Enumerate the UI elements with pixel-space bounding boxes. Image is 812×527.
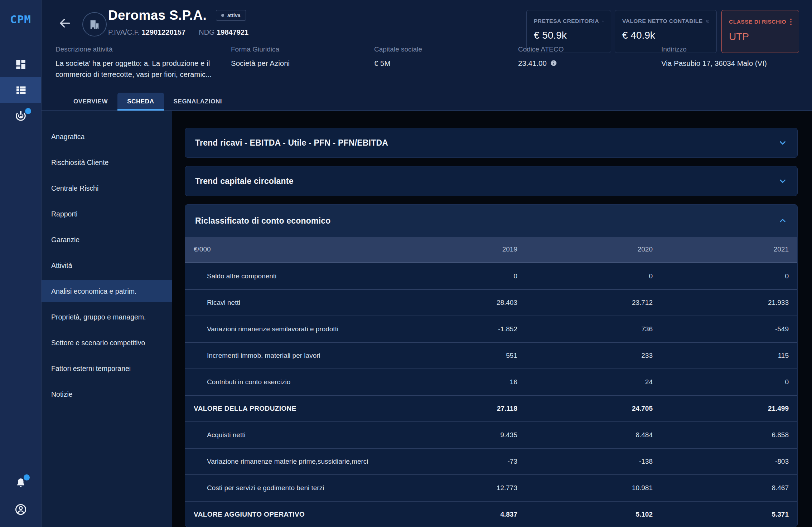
card-label: VALORE NETTO CONTABILE [622, 18, 703, 24]
status-dot-icon [221, 14, 224, 17]
info-label: Descrizione attività [55, 45, 231, 53]
subnav-item[interactable]: Garanzie [42, 229, 172, 251]
info-label: Indirizzo [661, 45, 767, 53]
row-value-2020: 233 [517, 352, 653, 360]
info-forma-giuridica: Forma Giuridica Società per Azioni [231, 45, 290, 69]
subnav-item-label: Settore e scenario competitivo [51, 339, 145, 347]
info-value: € 5M [374, 58, 422, 69]
row-value-2019: 551 [382, 352, 517, 360]
subnav-item-label: Garanzie [51, 236, 79, 244]
info-value: La societa' ha per oggetto: a. La produz… [55, 58, 231, 80]
subnav-item[interactable]: Rischiosità Cliente [42, 151, 172, 174]
tab[interactable]: SEGNALAZIONI [164, 93, 232, 111]
status-badge: attiva [216, 10, 246, 21]
chevron-down-icon[interactable] [778, 138, 787, 147]
alert-notification-dot [25, 108, 31, 114]
row-value-2020: 8.484 [517, 431, 653, 439]
table-year-2020: 2020 [517, 245, 653, 253]
ndg-label: NDG [199, 28, 214, 36]
chevron-down-icon[interactable] [778, 176, 787, 186]
tab[interactable]: SCHEDA [117, 93, 164, 111]
row-value-2021: 0 [653, 378, 797, 386]
list-icon [14, 84, 27, 97]
card-value: € 50.9k [534, 30, 604, 41]
chevron-up-icon[interactable] [778, 216, 787, 225]
row-label: VALORE DELLA PRODUZIONE [185, 405, 382, 413]
info-value: Via Pasubio 17, 36034 Malo (VI) [661, 58, 767, 69]
row-value-2020: 24 [517, 378, 653, 386]
row-value-2019: 0 [382, 272, 517, 280]
info-capitale-sociale: Capitale sociale € 5M [374, 45, 422, 69]
dashboard-icon [15, 58, 27, 70]
row-value-2021: 21.933 [653, 299, 797, 307]
row-value-2020: 5.102 [517, 511, 653, 518]
info-icon[interactable] [706, 18, 709, 24]
tab[interactable]: OVERVIEW [64, 93, 117, 111]
subnav-item-label: Rischiosità Cliente [51, 158, 108, 167]
subnav-item[interactable]: Settore e scenario competitivo [42, 332, 172, 354]
accordion-title: Trend ricavi - EBITDA - Utile - PFN - PF… [195, 138, 388, 148]
accordion-title: Trend capitale circolante [195, 176, 294, 186]
row-value-2019: 28.403 [382, 299, 517, 307]
sidebar-item-dashboard[interactable] [0, 52, 41, 77]
subnav-item[interactable]: Notizie [42, 383, 172, 405]
card-label: CLASSE DI RISCHIO [729, 19, 786, 25]
accordion-header[interactable]: Riclassificato di conto economico [185, 205, 797, 237]
bell-notification-dot [24, 474, 30, 480]
info-label: Capitale sociale [374, 45, 422, 53]
sidebar-item-alerts[interactable] [0, 103, 41, 129]
sidebar-item-portfolio[interactable] [0, 77, 41, 103]
table-row: Saldo altre componenti 0 0 0 [185, 263, 797, 289]
accordion-riclassificato-conto-economico: Riclassificato di conto economico €/000 … [185, 204, 798, 527]
account-button[interactable] [14, 503, 28, 516]
subnav-item-label: Proprietà, gruppo e managem. [51, 313, 146, 321]
app-root: CPM [0, 0, 812, 527]
subnav-item[interactable]: Fattori esterni temporanei [42, 357, 172, 380]
tab-label: SEGNALAZIONI [174, 98, 222, 105]
subnav-item[interactable]: Centrale Rischi [42, 177, 172, 199]
tab-label: SCHEDA [127, 98, 154, 105]
table-row: Incrementi immob. materiali per lavori 5… [185, 342, 797, 369]
row-value-2021: -803 [653, 458, 797, 465]
subnav-item-label: Anagrafica [51, 133, 84, 141]
subnav-item[interactable]: Proprietà, gruppo e managem. [42, 306, 172, 328]
subnav-item-label: Attività [51, 262, 72, 270]
risk-class-value: UTP [729, 31, 792, 43]
row-value-2019: 27.118 [382, 405, 517, 413]
account-icon [14, 503, 28, 516]
table-row: VALORE DELLA PRODUZIONE 27.118 24.705 21… [185, 395, 797, 421]
accordion-trend-capitale-circolante[interactable]: Trend capitale circolante [185, 166, 798, 196]
row-value-2020: 0 [517, 272, 653, 280]
accordion-trend-ricavi[interactable]: Trend ricavi - EBITDA - Utile - PFN - PF… [185, 128, 798, 158]
company-avatar [82, 12, 107, 36]
row-value-2019: 12.773 [382, 484, 517, 492]
info-icon[interactable] [602, 18, 604, 24]
piva-value: 12901220157 [142, 28, 185, 36]
row-label: Incrementi immob. materiali per lavori [185, 352, 382, 360]
subnav-item[interactable]: Analisi economica e patrim. [42, 280, 172, 302]
row-label: VALORE AGGIUNTO OPERATIVO [185, 511, 382, 518]
subnav-item[interactable]: Anagrafica [42, 126, 172, 148]
row-value-2021: 0 [653, 272, 797, 280]
accordion-title: Riclassificato di conto economico [195, 216, 331, 226]
row-value-2020: 10.981 [517, 484, 653, 492]
row-value-2020: 23.712 [517, 299, 653, 307]
info-codice-ateco: Codice ATECO 23.41.00 [518, 45, 564, 69]
back-button[interactable] [58, 16, 72, 30]
subnav-item-label: Rapporti [51, 210, 78, 218]
piva-label: P.IVA/C.F. [108, 28, 140, 36]
subnav-item[interactable]: Rapporti [42, 203, 172, 225]
card-value: € 40.9k [622, 30, 709, 41]
sidebar-bottom [14, 477, 28, 516]
row-label: Saldo altre componenti [185, 272, 382, 280]
page-title: Deromas S.P.A. [108, 8, 207, 23]
info-indirizzo: Indirizzo Via Pasubio 17, 36034 Malo (VI… [661, 45, 767, 69]
row-value-2020: -138 [517, 458, 653, 465]
info-filled-icon[interactable] [550, 60, 557, 67]
subnav-item[interactable]: Attività [42, 254, 172, 277]
notifications-button[interactable] [15, 477, 27, 489]
row-label: Acquisti netti [185, 431, 382, 439]
info-value: Società per Azioni [231, 58, 290, 69]
kebab-menu-icon[interactable] [789, 18, 792, 26]
icon-sidebar: CPM [0, 0, 42, 527]
